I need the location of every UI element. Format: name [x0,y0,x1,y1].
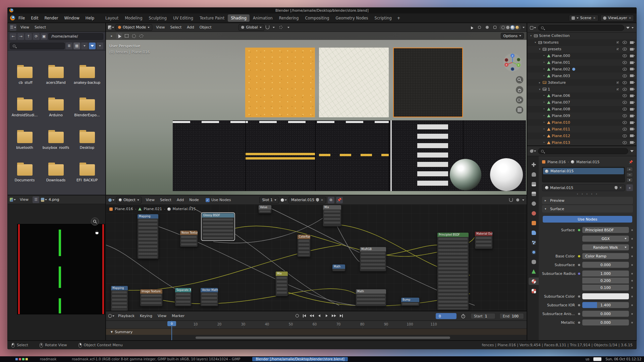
clock[interactable]: Sun, 06 Oct 01:12:12 [605,357,641,361]
decorator-dot[interactable] [631,313,633,315]
property-value-base-color[interactable]: Color Ramp [582,253,629,259]
workspace-tab-compositing[interactable]: Compositing [302,14,332,22]
menu-add[interactable]: Add [174,197,186,203]
render-camera-icon[interactable] [630,61,634,64]
workspace-tab-texture-paint[interactable]: Texture Paint [197,14,227,22]
outliner-row[interactable]: ‣Plane.012 [527,132,636,139]
image-name[interactable]: 4.png [49,197,59,202]
menu-view[interactable]: View [17,196,31,203]
add-slot-button[interactable]: ＋ [626,167,633,172]
hide-eye-icon[interactable] [623,54,627,57]
hide-eye-icon[interactable] [623,61,627,64]
properties-search-input[interactable] [538,148,628,154]
outliner-row[interactable]: ‣Plane.003 [527,72,636,79]
expander-icon[interactable]: ▾ [538,48,541,51]
outliner-row[interactable]: ‣Plane.013 [527,139,636,145]
breadcrumb-material[interactable]: Material.015 [173,207,196,211]
render-camera-icon[interactable] [630,101,634,104]
outliner-row[interactable]: ▾Scene Collection [527,33,636,39]
property-value-0-200[interactable]: 0.200 [582,278,629,284]
taskbar-window[interactable]: roadmask.xcf-1.0 (RGB color 8-bit gamma … [68,357,244,361]
navigation-gizmo[interactable]: X Y Z [503,53,522,72]
folder-item[interactable]: BlenderExpo... [71,99,103,117]
select-lasso-tool-icon[interactable] [138,33,144,39]
expander-icon[interactable]: ‣ [542,114,546,117]
material-preview-shading-icon[interactable] [511,26,514,29]
menu-marker[interactable]: Marker [169,313,187,319]
menu-select[interactable]: Select [168,24,184,31]
folder-item[interactable]: Downloads [40,164,71,182]
properties-tab-texture[interactable] [529,287,539,295]
menu-view[interactable]: View [155,313,169,319]
material-slot-row[interactable]: Material.015 [543,168,624,174]
decorator-dot[interactable] [631,287,633,289]
properties-tab-particles[interactable] [529,239,539,246]
folder-item[interactable]: anakey-backup [71,67,103,84]
unlink-material-icon[interactable]: ✕ [619,186,622,189]
decorator-dot[interactable] [631,229,633,231]
overlays-toggle-icon[interactable] [484,24,490,31]
horizontal-scrollbar[interactable] [196,337,450,339]
decorator-dot[interactable] [631,264,633,266]
zoom-icon[interactable] [91,218,99,226]
decorator-dot[interactable] [631,304,633,306]
path-field[interactable]: /home/amalie/ [48,33,103,40]
chevron-down-icon[interactable] [522,199,524,201]
add-workspace-button[interactable]: + [395,14,402,22]
snap-magnet-icon[interactable] [266,25,269,29]
render-camera-icon[interactable] [630,95,634,97]
expander-icon[interactable]: ▼ [111,330,113,334]
select-box-tool-icon[interactable] [123,33,129,39]
selectability-icon[interactable] [469,24,475,31]
outliner-row[interactable]: ‣Plane.011 [527,126,636,132]
material-datablock-icon[interactable] [281,197,287,203]
menu-view[interactable]: View [144,197,157,203]
render-camera-icon[interactable] [630,108,634,111]
keyboard-layout-indicator[interactable]: us [586,357,590,361]
render-camera-icon[interactable] [630,48,634,51]
decorator-dot[interactable] [631,255,633,257]
folder-item[interactable]: EFI_BACKUP [71,164,103,182]
summary-channel-label[interactable]: ▼ Summary [106,329,172,335]
filter-funnel-icon[interactable] [89,43,96,49]
menu-add[interactable]: Add [184,24,196,31]
hide-eye-icon[interactable] [623,141,627,144]
hide-eye-icon[interactable] [623,94,627,97]
render-camera-icon[interactable] [630,68,634,70]
hide-eye-icon[interactable] [623,88,627,91]
select-tweak-tool-icon[interactable] [116,33,122,39]
xray-toggle-icon[interactable] [492,24,498,31]
new-material-button[interactable]: ＋ [626,184,633,191]
workspace-tab-modeling[interactable]: Modeling [122,14,145,22]
hamburger-menu-icon[interactable]: ☰ [33,196,39,203]
render-camera-icon[interactable] [630,128,634,130]
frame-end-field[interactable]: End100 [499,313,524,319]
proportional-dropdown-icon[interactable] [285,24,291,31]
pager-dot[interactable] [19,358,21,360]
expander-icon[interactable]: ‣ [542,108,546,111]
shader-node-mapping[interactable]: Mapping [111,286,128,311]
texture-plane-dark-selected[interactable] [393,48,463,117]
menu-help[interactable]: Help [83,15,97,21]
render-camera-icon[interactable] [630,81,634,84]
snap-magnet-icon[interactable] [509,198,513,202]
shader-node-vector-math[interactable]: Vector Math [200,288,218,306]
taskbar-window[interactable]: roadmask [37,357,60,361]
menu-edit[interactable]: Edit [28,15,41,21]
menu-file[interactable]: File [16,15,28,21]
properties-tab-world[interactable] [529,209,539,217]
editor-type-icon[interactable] [108,313,114,319]
hide-eye-icon[interactable] [623,41,627,44]
slot-list-box[interactable]: Material.015 [542,167,625,182]
render-camera-icon[interactable] [630,74,634,77]
shader-node-mixrgb[interactable]: MixRGB [360,247,386,272]
stopwatch-icon[interactable] [461,314,466,318]
filter-funnel-icon[interactable] [626,27,630,29]
frame-start-field[interactable]: Start1 [471,313,495,319]
image-canvas[interactable] [17,224,105,314]
hide-eye-icon[interactable] [623,48,627,51]
shader-node-mapping[interactable]: Mapping [137,214,159,259]
decorator-dot[interactable] [631,296,633,297]
breadcrumb-mesh[interactable]: Plane.021 [144,207,162,211]
shader-node-value[interactable]: Value [258,205,272,214]
